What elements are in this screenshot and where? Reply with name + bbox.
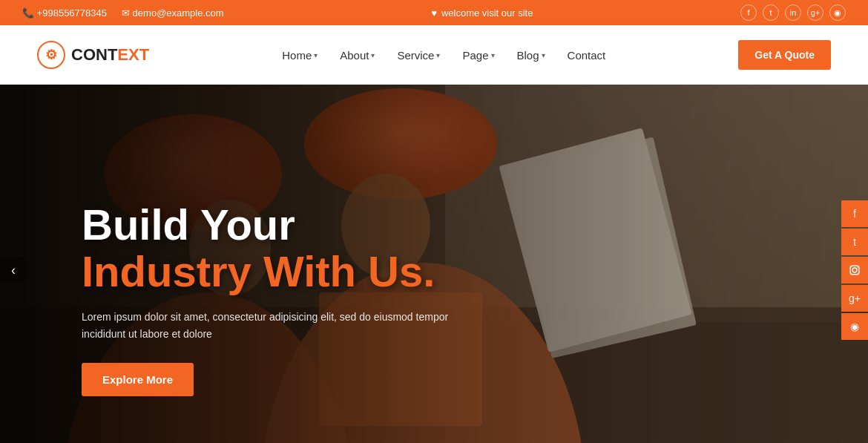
logo-text-con: CONT: [71, 45, 117, 64]
email-icon: ✉: [122, 7, 130, 19]
nav-link-home[interactable]: Home ▾: [273, 43, 326, 68]
nav-label-contact: Contact: [568, 49, 606, 62]
nav-link-blog[interactable]: Blog ▾: [508, 43, 554, 68]
explore-more-button[interactable]: Explore More: [82, 363, 194, 396]
email-address: demo@example.com: [133, 7, 224, 19]
slider-prev-button[interactable]: ‹: [0, 257, 27, 283]
googleplus-topbar-icon[interactable]: g+: [807, 4, 823, 21]
top-bar-contact: 📞 +998556778345 ✉ demo@example.com: [22, 7, 224, 19]
nav-item-about[interactable]: About ▾: [331, 43, 384, 68]
welcome-text: welcome visit our site: [441, 7, 533, 19]
side-social-bar: f t g+ ◉: [841, 200, 868, 340]
nav-link-page[interactable]: Page ▾: [453, 43, 503, 68]
facebook-side-icon[interactable]: f: [841, 200, 868, 227]
nav-link-service[interactable]: Service ▾: [388, 43, 449, 68]
dribbble-side-icon[interactable]: ◉: [841, 313, 868, 340]
nav-item-contact[interactable]: Contact: [559, 43, 615, 68]
hero-title: Build Your Industry With Us.: [82, 201, 453, 296]
chevron-down-icon: ▾: [542, 51, 545, 59]
nav-item-page[interactable]: Page ▾: [453, 43, 503, 68]
nav-links: Home ▾ About ▾ Service ▾ Page ▾ Blog: [273, 43, 614, 68]
svg-rect-13: [850, 266, 859, 275]
chevron-left-icon: ‹: [11, 263, 16, 278]
facebook-topbar-icon[interactable]: f: [740, 4, 757, 21]
googleplus-side-icon[interactable]: g+: [841, 285, 868, 312]
phone-number: +998556778345: [37, 7, 107, 19]
navbar: ⚙ CONTEXT Home ▾ About ▾ Service ▾ Pag: [0, 25, 868, 85]
instagram-topbar-icon[interactable]: in: [785, 4, 801, 21]
hero-content: Build Your Industry With Us. Lorem ipsum…: [82, 201, 453, 396]
nav-label-blog: Blog: [517, 49, 539, 62]
logo-text-ext: EXT: [117, 45, 149, 64]
hero-subtitle: Lorem ipsum dolor sit amet, consectetur …: [82, 309, 453, 342]
nav-label-about: About: [340, 49, 369, 62]
hero-title-line2: Industry With Us.: [82, 247, 435, 295]
chevron-down-icon: ▾: [436, 51, 440, 59]
hero-title-line1: Build Your: [82, 200, 295, 249]
top-bar: 📞 +998556778345 ✉ demo@example.com ♥ wel…: [0, 0, 868, 25]
heart-icon: ♥: [431, 7, 437, 19]
nav-item-home[interactable]: Home ▾: [273, 43, 326, 68]
chevron-down-icon: ▾: [491, 51, 495, 59]
nav-label-service: Service: [397, 49, 434, 62]
phone-info: 📞 +998556778345: [22, 7, 107, 19]
chevron-down-icon: ▾: [314, 51, 318, 59]
hero-section: ‹ › Build Your Industry With Us. Lorem i…: [0, 85, 868, 443]
nav-label-home: Home: [282, 49, 312, 62]
dribbble-topbar-icon[interactable]: ◉: [829, 4, 846, 21]
get-quote-button[interactable]: Get A Quote: [738, 40, 831, 70]
nav-link-about[interactable]: About ▾: [331, 43, 384, 68]
instagram-side-icon[interactable]: [841, 257, 868, 283]
twitter-side-icon[interactable]: t: [841, 229, 868, 255]
logo[interactable]: ⚙ CONTEXT: [37, 41, 149, 69]
chevron-down-icon: ▾: [371, 51, 375, 59]
nav-label-page: Page: [462, 49, 488, 62]
email-info: ✉ demo@example.com: [122, 7, 224, 19]
svg-point-15: [857, 267, 858, 268]
nav-link-contact[interactable]: Contact: [559, 43, 615, 68]
logo-text: CONTEXT: [71, 45, 149, 65]
top-bar-social: f t in g+ ◉: [740, 4, 846, 21]
top-bar-welcome: ♥ welcome visit our site: [431, 7, 533, 19]
logo-icon: ⚙: [37, 41, 65, 69]
twitter-topbar-icon[interactable]: t: [763, 4, 779, 21]
svg-point-14: [852, 268, 857, 272]
phone-icon: 📞: [22, 7, 34, 19]
nav-item-service[interactable]: Service ▾: [388, 43, 449, 68]
nav-item-blog[interactable]: Blog ▾: [508, 43, 554, 68]
